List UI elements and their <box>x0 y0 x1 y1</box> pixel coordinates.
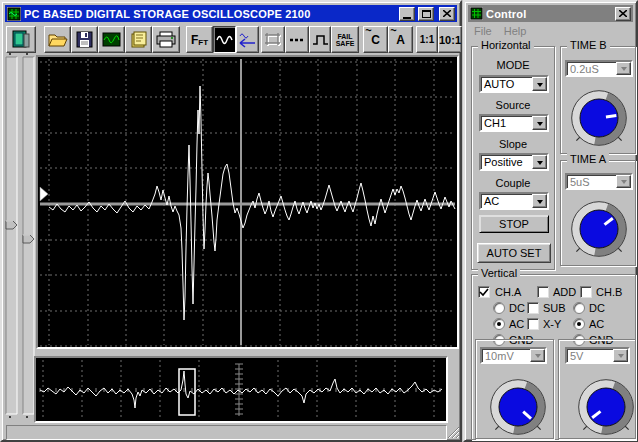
open-folder-icon <box>48 32 68 48</box>
sine-wave-icon <box>216 33 234 47</box>
fft-button[interactable]: FFT <box>186 26 213 53</box>
dashed-line-icon <box>289 36 306 44</box>
source-dropdown-button[interactable] <box>532 116 547 130</box>
chevron-down-icon <box>535 354 541 361</box>
couple-dropdown-button[interactable] <box>532 194 547 208</box>
overview-display <box>34 356 448 423</box>
time-a-select[interactable]: 5uS <box>565 173 633 190</box>
auto-set-button[interactable]: AUTO SET <box>477 243 551 263</box>
control-menubar: File Help <box>468 23 532 39</box>
chevron-down-icon <box>621 180 627 187</box>
close-icon <box>619 10 627 17</box>
control-window: Control File Help Horizontal MODE AUTO S… <box>463 0 638 442</box>
blue-arrow-icon <box>238 32 257 48</box>
capture-button[interactable] <box>98 26 125 53</box>
slope-select[interactable]: Positive <box>479 153 549 171</box>
pulse-button[interactable] <box>309 26 331 53</box>
overview-display-svg <box>36 358 446 421</box>
chb-range-value: 5V <box>570 349 583 363</box>
add-label: ADD <box>553 286 576 298</box>
calibrate-c-button[interactable]: ~C <box>363 26 388 53</box>
main-display <box>36 55 459 349</box>
maximize-button[interactable] <box>418 7 434 21</box>
mode-select[interactable]: AUTO <box>479 75 549 93</box>
cha-ac-radio[interactable] <box>493 318 505 330</box>
auto-set-label: AUTO SET <box>487 247 542 259</box>
time-b-dropdown-button[interactable] <box>616 62 631 75</box>
exit-icon <box>11 30 31 49</box>
chb-range-select[interactable]: 5V <box>565 347 630 364</box>
couple-select[interactable]: AC <box>479 192 549 210</box>
status-bar <box>5 423 461 441</box>
sub-checkbox[interactable] <box>527 302 539 314</box>
calibrate-a-button[interactable]: ~A <box>388 26 413 53</box>
resize-grip[interactable] <box>447 426 460 439</box>
open-button[interactable] <box>44 26 71 53</box>
close-button[interactable] <box>439 7 455 21</box>
probe-10-1-button[interactable]: 10:1 <box>438 26 462 53</box>
main-titlebar[interactable]: PC BASED DIGITAL STORAGE OSCILLOSCOPE 21… <box>5 5 457 22</box>
xy-label: X-Y <box>543 318 561 330</box>
horizontal-caption: Horizontal <box>478 39 534 52</box>
time-a-caption: TIME A <box>567 153 609 166</box>
waveform-mode-button[interactable] <box>213 26 236 53</box>
source-label: Source <box>472 99 554 111</box>
chb-checkbox[interactable] <box>580 286 592 298</box>
menu-file[interactable]: File <box>468 23 498 39</box>
chb-ac-radio[interactable] <box>573 318 585 330</box>
chevron-down-icon <box>537 122 543 129</box>
cursor-arrow-button[interactable] <box>236 26 259 53</box>
cha-range-dropdown-button[interactable] <box>530 349 545 362</box>
failsafe-button[interactable]: FAIL SAFE <box>331 26 359 53</box>
dotted-line-button[interactable] <box>285 26 309 53</box>
cha-dc-radio[interactable] <box>493 302 505 314</box>
time-a-dropdown-button[interactable] <box>616 175 631 188</box>
main-window-title: PC BASED DIGITAL STORAGE OSCILLOSCOPE 21… <box>24 8 396 20</box>
chb-dc-label: DC <box>589 302 605 314</box>
time-b-select[interactable]: 0.2uS <box>565 60 633 77</box>
chb-gain-knob[interactable] <box>573 374 638 440</box>
control-close-button[interactable] <box>615 7 631 21</box>
chevron-down-icon <box>537 161 543 168</box>
source-value: CH1 <box>484 116 506 130</box>
slope-dropdown-button[interactable] <box>532 155 547 169</box>
cha-range-select[interactable]: 10mV <box>480 347 547 364</box>
source-select[interactable]: CH1 <box>479 114 549 132</box>
horizontal-group: Horizontal MODE AUTO Source CH1 Slope Po… <box>471 46 555 270</box>
failsafe-label-1: FAIL <box>336 33 355 40</box>
time-a-value: 5uS <box>570 175 590 189</box>
xy-checkbox[interactable] <box>527 318 539 330</box>
add-checkbox[interactable] <box>537 286 549 298</box>
save-button[interactable] <box>71 26 98 53</box>
minimize-icon <box>403 17 411 19</box>
control-titlebar[interactable]: Control <box>468 5 633 22</box>
time-b-group: TIME B 0.2uS <box>560 46 636 154</box>
chb-range-dropdown-button[interactable] <box>613 349 628 362</box>
cha-gain-knob[interactable] <box>485 374 551 440</box>
main-window: PC BASED DIGITAL STORAGE OSCILLOSCOPE 21… <box>0 0 462 442</box>
check-icon <box>479 287 489 297</box>
cha-dc-label: DC <box>509 302 525 314</box>
grid-toggle-button[interactable] <box>261 26 285 53</box>
floppy-icon <box>76 31 93 48</box>
mode-dropdown-button[interactable] <box>532 77 547 91</box>
time-b-knob[interactable] <box>566 85 632 151</box>
probe-1-1-label: 1:1 <box>420 34 434 45</box>
chb-dc-radio[interactable] <box>573 302 585 314</box>
position-slider-rails[interactable] <box>4 52 36 422</box>
slope-value: Positive <box>484 155 523 169</box>
notes-button[interactable] <box>125 26 152 53</box>
cha-ac-label: AC <box>509 318 524 330</box>
cha-checkbox[interactable] <box>478 286 490 298</box>
print-button[interactable] <box>152 26 180 53</box>
main-display-svg <box>38 57 457 347</box>
exit-button[interactable] <box>6 26 36 53</box>
chevron-down-icon <box>621 67 627 74</box>
probe-1-1-button[interactable]: 1:1 <box>416 26 438 53</box>
control-app-icon <box>470 7 483 20</box>
stop-button[interactable]: STOP <box>479 215 549 233</box>
mode-value: AUTO <box>484 77 514 91</box>
menu-help[interactable]: Help <box>498 23 533 39</box>
minimize-button[interactable] <box>399 7 415 21</box>
time-a-knob[interactable] <box>566 196 632 262</box>
